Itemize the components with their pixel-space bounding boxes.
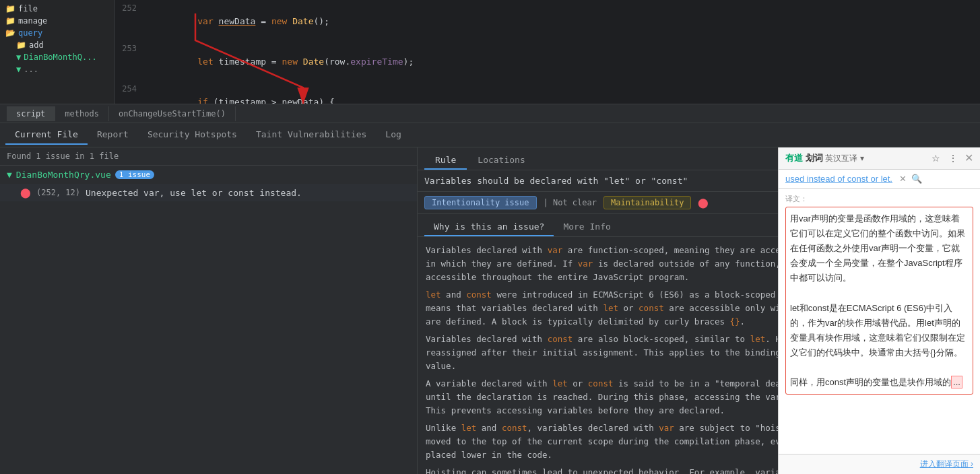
folder-icon: 📁 <box>5 16 15 26</box>
line-number: 254 <box>115 82 145 104</box>
script-tab-methods[interactable]: methods <box>55 106 109 121</box>
issue-file-item[interactable]: ▼ DianBoMonthQry.vue 1 issue <box>0 166 417 184</box>
code-editor: 📁 file 📁 manage 📂 query 📁 add ▼ DianBoMo… <box>0 0 980 104</box>
translation-label: 译文： <box>785 194 973 204</box>
tab-label: Current File <box>15 129 78 139</box>
tab-label: Why is this an issue? <box>434 222 544 232</box>
line-content: let timestamp = new Date(row.expireTime)… <box>145 42 980 82</box>
tree-item-vue2[interactable]: ▼ ... <box>0 63 114 75</box>
content-area: Found 1 issue in 1 file ▼ DianBoMonthQry… <box>0 147 980 474</box>
tree-label: file <box>18 4 38 13</box>
found-issues-text: Found 1 issue in 1 file <box>0 147 417 166</box>
line-number: 253 <box>115 42 145 82</box>
search-icon[interactable]: 🔍 <box>911 174 922 184</box>
tree-label: DianBoMonthQ... <box>24 53 96 62</box>
tree-item-manage[interactable]: 📁 manage <box>0 15 114 27</box>
script-tab-onchange[interactable]: onChangeUseStartTime() <box>109 106 236 121</box>
script-tabs: script methods onChangeUseStartTime() <box>0 104 980 123</box>
tag-not-clear: | Not clear <box>544 198 597 207</box>
main-tabs-bar: Current File Report Security Hotspots Ta… <box>0 123 980 147</box>
tree-label: query <box>18 28 42 38</box>
translation-title: 有道 划词 英汉互译 ▾ <box>785 152 864 164</box>
error-icon: ⬤ <box>20 187 31 198</box>
code-lines: 252 var newData = new Date(); 253 let ti… <box>115 0 980 104</box>
tree-item-vue[interactable]: ▼ DianBoMonthQ... <box>0 51 114 63</box>
full-translation-link[interactable]: 进入翻译页面 › <box>920 459 973 470</box>
why-tab-issue[interactable]: Why is this an issue? <box>424 218 554 236</box>
tab-label: More Info <box>563 222 610 232</box>
tree-item-file[interactable]: 📁 file <box>0 3 114 15</box>
tab-label: Locations <box>478 155 525 165</box>
file-tree: 📁 file 📁 manage 📂 query 📁 add ▼ DianBoMo… <box>0 0 115 104</box>
issue-message: Unexpected var, use let or const instead… <box>86 188 302 198</box>
line-content: if (timestamp > newData) { <box>145 82 980 104</box>
folder-icon: 📁 <box>16 40 26 50</box>
tab-label: script <box>16 109 45 118</box>
issue-location: (252, 12) <box>36 188 80 197</box>
vue-icon: ▼ <box>16 53 21 62</box>
tree-label: ... <box>24 65 38 74</box>
line-number: 252 <box>115 1 145 42</box>
folder-icon: 📂 <box>5 28 15 38</box>
tab-label: Taint Vulnerabilities <box>256 129 366 139</box>
tab-label: Security Hotspots <box>148 129 237 139</box>
rule-tab-rule[interactable]: Rule <box>424 151 467 170</box>
more-icon[interactable]: ⋮ <box>947 151 959 165</box>
main-tab-log[interactable]: Log <box>376 125 410 145</box>
tab-label: Log <box>385 129 401 139</box>
tree-item-add[interactable]: 📁 add <box>0 39 114 51</box>
translation-body: 译文： 用var声明的变量是函数作用域的，这意味着它们可以在定义它们的整个函数中… <box>779 189 980 454</box>
issue-count-badge: 1 issue <box>115 170 154 179</box>
main-tab-security[interactable]: Security Hotspots <box>138 125 247 145</box>
tree-label: add <box>29 40 44 50</box>
translation-header: 有道 划词 英汉互译 ▾ ☆ ⋮ ✕ <box>779 147 980 170</box>
vue-file-icon: ▼ <box>7 170 12 180</box>
code-line-253: 253 let timestamp = new Date(row.expireT… <box>115 42 980 82</box>
tree-label: manage <box>18 16 47 26</box>
source-text-bar: used instead of const or let. ✕ 🔍 <box>779 170 980 189</box>
tab-label: Rule <box>435 155 456 165</box>
folder-icon: 📁 <box>5 4 15 13</box>
translation-toolbar: ☆ ⋮ ✕ <box>930 151 973 165</box>
brand-name: 有道 <box>785 153 803 163</box>
left-panel: Found 1 issue in 1 file ▼ DianBoMonthQry… <box>0 147 418 474</box>
app-name: 划词 <box>806 153 823 163</box>
tag-error-icon: ⬤ <box>698 197 709 208</box>
source-text: used instead of const or let. ✕ 🔍 <box>785 174 922 184</box>
tab-label: Report <box>97 129 129 139</box>
why-tab-more-info[interactable]: More Info <box>554 218 620 236</box>
code-content: 252 var newData = new Date(); 253 let ti… <box>115 0 980 104</box>
translation-panel: 有道 划词 英汉互译 ▾ ☆ ⋮ ✕ used instead of const… <box>778 147 980 474</box>
tag-intentionality: Intentionality issue <box>424 196 537 209</box>
translated-text: 用var声明的变量是函数作用域的，这意味着它们可以在定义它们的整个函数中访问。如… <box>785 207 973 395</box>
main-tab-taint[interactable]: Taint Vulnerabilities <box>247 125 376 145</box>
vue-icon: ▼ <box>16 65 21 74</box>
code-line-252: 252 var newData = new Date(); <box>115 1 980 42</box>
rule-tab-locations[interactable]: Locations <box>467 151 535 170</box>
translation-footer: 进入翻译页面 › <box>779 454 980 474</box>
tab-label: methods <box>65 109 99 118</box>
star-icon[interactable]: ☆ <box>930 151 942 165</box>
source-close-icon[interactable]: ✕ <box>899 174 907 184</box>
issue-list-item[interactable]: ⬤ (252, 12) Unexpected var, use let or c… <box>0 184 417 201</box>
tab-label: onChangeUseStartTime() <box>119 109 226 118</box>
code-line-254: 254 if (timestamp > newData) { <box>115 82 980 104</box>
language-selector[interactable]: 英汉互译 ▾ <box>825 154 863 163</box>
right-panel: Rule Locations Variables should be decla… <box>418 147 980 474</box>
tag-maintainability: Maintainability <box>603 196 691 209</box>
script-tab-script[interactable]: script <box>7 106 55 121</box>
close-button[interactable]: ✕ <box>965 153 973 164</box>
main-tab-current-file[interactable]: Current File <box>5 125 88 145</box>
tree-item-query[interactable]: 📂 query <box>0 27 114 39</box>
line-content: var newData = new Date(); <box>145 1 980 42</box>
main-tab-report[interactable]: Report <box>88 125 138 145</box>
file-name: DianBoMonthQry.vue <box>16 170 111 180</box>
